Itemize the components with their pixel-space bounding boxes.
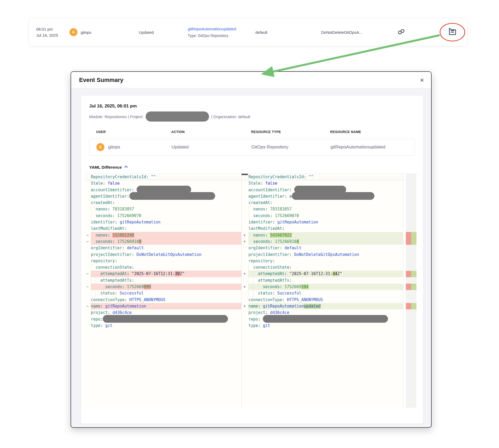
chevron-up-icon: [124, 165, 128, 170]
event-time: 06:01 pm Jul 16, 2025: [36, 26, 58, 38]
code-segment: :: [115, 291, 120, 296]
code-segment: :: [280, 246, 284, 250]
row-resource-name: gitRepoAutomationupdated: [330, 144, 415, 150]
code-segment: d436c4ce: [112, 310, 132, 315]
code-segment: 543467022: [270, 233, 292, 238]
code-segment: projectIdentifier: [248, 252, 289, 257]
indent-guide: [248, 238, 253, 245]
code-segment: type: [248, 323, 258, 328]
event-action: Updated: [139, 30, 154, 35]
diff-line: +attemptedAt: "2025-07-16T12:31:44Z": [242, 271, 403, 277]
diff-line: type: git: [85, 322, 241, 329]
code-segment: :: [132, 278, 134, 283]
diff-line: nanos: 783183857: [242, 206, 403, 212]
code-segment: :: [112, 213, 117, 218]
removed-line-marker: −: [86, 284, 90, 290]
audit-event-row[interactable]: 06:01 pm Jul 16, 2025 G gitops Updated g…: [29, 18, 468, 46]
event-meta-line: Module: Repositories | Project: | Organi…: [89, 111, 415, 122]
code-segment: nanos: [96, 233, 108, 238]
diff-line-code: RepositoryCredentialsId: "": [91, 174, 241, 180]
diff-line-code: projectIdentifier: DoNotDeleteGitOpsAuto…: [248, 251, 403, 258]
redacted-project-name: [146, 111, 209, 122]
diff-line: +name: gitRepoAutomationupdated: [242, 303, 403, 309]
diff-line: lastModifiedAt:: [85, 225, 241, 232]
collapse-section-toggle[interactable]: [124, 165, 128, 170]
ruler-change-mark: [406, 303, 416, 309]
resource-name-link[interactable]: gitRepoAutomationupdated: [188, 26, 236, 32]
code-segment: false: [108, 181, 120, 186]
diff-line: −seconds: 1752669099: [85, 284, 241, 290]
code-segment: :: [280, 284, 284, 289]
diff-line-code: attemptedAtTs:: [91, 277, 241, 284]
code-segment: attemptedAt: [100, 271, 127, 276]
diff-line: lastModifiedAt:: [242, 225, 403, 232]
removed-line-marker: −: [86, 238, 90, 245]
indent-guide: [248, 264, 253, 271]
indent-guide: [96, 284, 100, 290]
yaml-difference-header: YAML Difference: [89, 165, 415, 170]
row-user-name: gitops: [108, 144, 120, 150]
code-segment: 783183857: [270, 207, 292, 211]
diff-overview-ruler[interactable]: [403, 174, 419, 408]
code-segment: :: [304, 175, 309, 179]
diff-splitter-handle[interactable]: [242, 174, 248, 175]
removed-line-marker: −: [86, 271, 90, 277]
diff-line: −nanos: 152661248: [85, 232, 241, 238]
indent-guide: [91, 206, 96, 212]
copy-link-button[interactable]: [398, 28, 405, 36]
close-icon[interactable]: ✕: [420, 77, 424, 82]
user-name: gitops: [81, 30, 91, 35]
diff-line: connectionState:: [242, 264, 403, 271]
code-segment: lastModifiedAt: [91, 226, 124, 231]
resource-type-label: Type: GitOps Repository: [188, 34, 228, 38]
event-table-header: USER ACTION RESOURCE TYPE RESOURCE NAME: [89, 130, 415, 134]
diff-line: −name: gitRepoAutomation: [85, 303, 241, 309]
event-user: G gitops: [69, 28, 91, 36]
diff-line-code: nanos: 543467022: [248, 232, 403, 238]
code-segment: type: [91, 323, 100, 328]
diff-line-code: identifier: gitRepoAutomation: [248, 219, 403, 225]
code-segment: DoNotDeleteGitOpsAutomation: [294, 252, 359, 257]
diff-line-code: repository:: [248, 258, 403, 264]
code-segment: HTTPS_ANONYMOUS: [129, 297, 165, 302]
diff-line-code: repo:: [248, 316, 403, 322]
code-segment: :: [272, 291, 277, 296]
meta-suffix: | Organization: default: [211, 114, 250, 119]
diff-line: createdAt:: [85, 200, 241, 206]
code-segment: :: [258, 317, 263, 322]
diff-line-code: lastModifiedAt:: [91, 225, 241, 232]
code-segment: nanos: [253, 207, 265, 211]
code-segment: a: [289, 194, 292, 199]
diff-line-code: attemptedAt: "2025-07-16T12:31:44Z": [248, 271, 403, 277]
row-action: Updated: [171, 144, 251, 150]
indent-guide: [248, 290, 253, 296]
redacted-value: [263, 315, 388, 323]
diff-line: RepositoryCredentialsId: "": [85, 174, 241, 180]
code-segment: gitRepoAutomation: [277, 220, 318, 225]
indent-guide: [253, 271, 258, 277]
code-segment: :: [289, 278, 292, 283]
indent-guide: [91, 277, 96, 284]
yaml-diff-viewer[interactable]: RepositoryCredentialsId: ""Stale: falsea…: [85, 173, 419, 408]
code-segment: 1752669: [127, 284, 144, 289]
diff-line-code: seconds: 1752669104: [248, 238, 403, 245]
code-segment: 1752669070: [275, 213, 299, 218]
code-segment: :: [289, 188, 294, 192]
code-segment: :: [260, 181, 265, 186]
code-segment: "2025-07-16T12:31:: [132, 271, 175, 276]
code-segment: :: [258, 304, 263, 309]
event-table-row: G gitops Updated GitOps Repository gitRe…: [89, 139, 415, 156]
diff-line-code: nanos: 783183857: [91, 206, 241, 212]
modal-header: Event Summary ✕: [71, 72, 431, 88]
code-segment: attemptedAtTs: [258, 278, 289, 283]
diff-line-code: repo:: [91, 316, 241, 322]
added-line-marker: +: [243, 303, 247, 309]
event-resource: gitRepoAutomationupdated Type: GitOps Re…: [188, 26, 236, 39]
indent-guide: [96, 271, 100, 277]
modal-body: Jul 16, 2025, 06:01 pm Module: Repositor…: [71, 88, 431, 427]
code-segment: 1752669: [284, 284, 301, 289]
code-segment: 175266910: [117, 239, 139, 244]
diff-line: seconds: 1752669070: [85, 213, 241, 219]
code-segment: agentIdentifier: [248, 194, 284, 199]
indent-guide: [91, 290, 96, 296]
